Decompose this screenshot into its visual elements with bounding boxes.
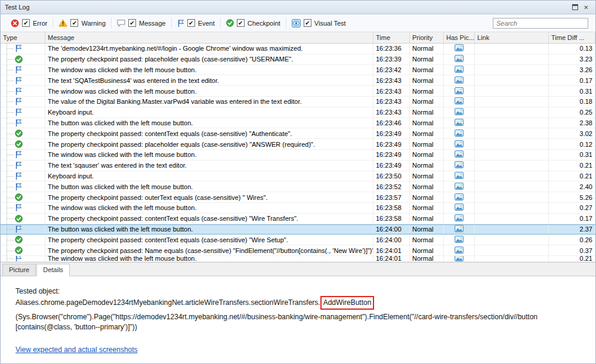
table-header: Type Message Time Priority Has Pic... Li…: [1, 32, 595, 44]
filter-message[interactable]: ✔ Message: [112, 19, 171, 27]
log-row[interactable]: The value of the Digital Banking.Master.…: [1, 97, 595, 107]
row-time: 16:23:43: [373, 86, 410, 96]
row-message: The 'demodev1234rt.myebanking.net/#/logi…: [45, 44, 373, 54]
log-row[interactable]: The property checkpoint passed: contentT…: [1, 128, 595, 139]
tree-line: [7, 187, 14, 187]
details-tabstrip: Picture Details: [1, 262, 595, 276]
log-row[interactable]: The property checkpoint passed: contentT…: [1, 214, 595, 224]
row-time-diff: 0.31: [549, 86, 595, 96]
row-message: The window was clicked with the left mou…: [45, 203, 373, 213]
column-header-time-diff[interactable]: Time Diff ...: [549, 32, 595, 43]
event-flag-icon: [15, 203, 22, 212]
log-row[interactable]: The window was clicked with the left mou…: [1, 150, 595, 161]
row-type-cell: [1, 181, 45, 192]
log-row[interactable]: Keyboard input.16:23:50Normal0.21: [1, 171, 595, 182]
test-log-window: Test Log ✕ ✔ Error ✔ Warning ✔ Message ✔…: [0, 0, 596, 364]
log-row[interactable]: The text 'SQATestBusiness4' was entered …: [1, 75, 595, 86]
filter-checkpoint[interactable]: ✔ Checkpoint: [221, 19, 286, 27]
filter-visual-test[interactable]: ✔ Visual Test: [286, 19, 351, 27]
tree-line: [7, 70, 14, 70]
picture-icon: [455, 66, 464, 74]
row-time: 16:23:49: [373, 139, 410, 149]
tree-line: [7, 59, 14, 60]
row-time: 16:24:00: [373, 225, 410, 235]
row-message: The property checkpoint passed: placehol…: [45, 54, 373, 64]
visual-test-checkbox[interactable]: ✔: [304, 19, 311, 27]
window-position-icon[interactable]: [570, 2, 580, 12]
filter-warning[interactable]: ✔ Warning: [53, 19, 111, 27]
log-row[interactable]: The property checkpoint passed: outerTex…: [1, 192, 595, 203]
row-priority: Normal: [410, 225, 444, 235]
log-row[interactable]: The property checkpoint passed: Name equ…: [1, 245, 595, 256]
row-time: 16:23:49: [373, 161, 410, 171]
column-header-time[interactable]: Time: [373, 32, 410, 43]
log-row[interactable]: The button was clicked with the left mou…: [1, 224, 595, 235]
row-time: 16:23:50: [373, 171, 410, 181]
picture-icon: [455, 256, 464, 261]
log-row[interactable]: The window was clicked with the left mou…: [1, 256, 595, 262]
log-row[interactable]: The window was clicked with the left mou…: [1, 86, 595, 97]
row-time: 16:23:57: [373, 192, 410, 202]
column-header-message[interactable]: Message: [45, 32, 373, 43]
log-row[interactable]: The 'demodev1234rt.myebanking.net/#/logi…: [1, 44, 595, 54]
filter-visual-test-label: Visual Test: [314, 20, 346, 27]
row-priority: Normal: [410, 75, 444, 85]
column-header-type[interactable]: Type: [1, 32, 45, 43]
row-message: The window was clicked with the left mou…: [45, 256, 373, 261]
checkpoint-checkbox[interactable]: ✔: [237, 19, 245, 27]
picture-icon: [455, 44, 464, 53]
tab-picture[interactable]: Picture: [2, 264, 36, 276]
column-header-priority[interactable]: Priority: [410, 32, 444, 43]
row-message: The property checkpoint passed: placehol…: [45, 139, 373, 149]
row-link: [475, 97, 549, 107]
filter-toolbar: ✔ Error ✔ Warning ✔ Message ✔ Event ✔ Ch…: [1, 14, 595, 32]
checkpoint-icon: [15, 129, 23, 137]
tested-object-label: Tested object:: [16, 286, 581, 297]
filter-event[interactable]: ✔ Event: [172, 19, 220, 27]
picture-icon: [455, 129, 464, 138]
row-type-cell: [1, 171, 45, 181]
row-has-picture: [444, 139, 475, 149]
view-screenshots-link[interactable]: View expected and actual screenshots: [16, 346, 138, 354]
warning-icon: [58, 19, 67, 27]
tree-line: [7, 229, 14, 230]
event-checkbox[interactable]: ✔: [187, 19, 195, 27]
event-flag-icon: [177, 19, 184, 27]
warning-checkbox[interactable]: ✔: [70, 19, 78, 27]
row-message: The property checkpoint passed: Name equ…: [45, 245, 373, 255]
log-row[interactable]: The property checkpoint passed: placehol…: [1, 139, 595, 150]
search-input[interactable]: [493, 18, 588, 29]
log-row[interactable]: The button was clicked with the left mou…: [1, 181, 595, 192]
row-time: 16:24:01: [373, 245, 410, 255]
column-header-link[interactable]: Link: [475, 32, 549, 43]
column-header-has-picture[interactable]: Has Pic...: [444, 32, 475, 43]
tab-details[interactable]: Details: [36, 264, 70, 276]
log-row[interactable]: The window was clicked with the left mou…: [1, 203, 595, 214]
row-time: 16:23:49: [373, 150, 410, 160]
message-checkbox[interactable]: ✔: [128, 19, 136, 27]
picture-icon: [455, 150, 464, 159]
row-time-diff: 2.37: [549, 225, 595, 235]
row-time-diff: 0.31: [549, 150, 595, 160]
log-row[interactable]: The window was clicked with the left mou…: [1, 65, 595, 76]
event-flag-icon: [15, 97, 22, 106]
filter-error[interactable]: ✔ Error: [5, 19, 53, 27]
log-row[interactable]: The property checkpoint passed: placehol…: [1, 54, 595, 65]
checkpoint-icon: [15, 215, 23, 223]
log-row[interactable]: The property checkpoint passed: contentT…: [1, 235, 595, 245]
row-priority: Normal: [410, 181, 444, 192]
row-type-cell: [1, 65, 45, 75]
log-row[interactable]: The text 'sqauser' was entered in the te…: [1, 161, 595, 171]
row-has-picture: [444, 225, 475, 235]
row-link: [475, 107, 549, 118]
close-icon[interactable]: ✕: [581, 2, 591, 12]
row-time-diff: 0.37: [549, 245, 595, 255]
row-link: [475, 65, 549, 75]
log-row[interactable]: Keyboard input.16:23:43Normal0.25: [1, 107, 595, 118]
window-title: Test Log: [5, 4, 569, 11]
row-message: The window was clicked with the left mou…: [45, 65, 373, 75]
row-message: Keyboard input.: [45, 107, 373, 118]
row-time: 16:24:01: [373, 256, 410, 261]
log-row[interactable]: The button was clicked with the left mou…: [1, 118, 595, 129]
error-checkbox[interactable]: ✔: [22, 19, 30, 27]
